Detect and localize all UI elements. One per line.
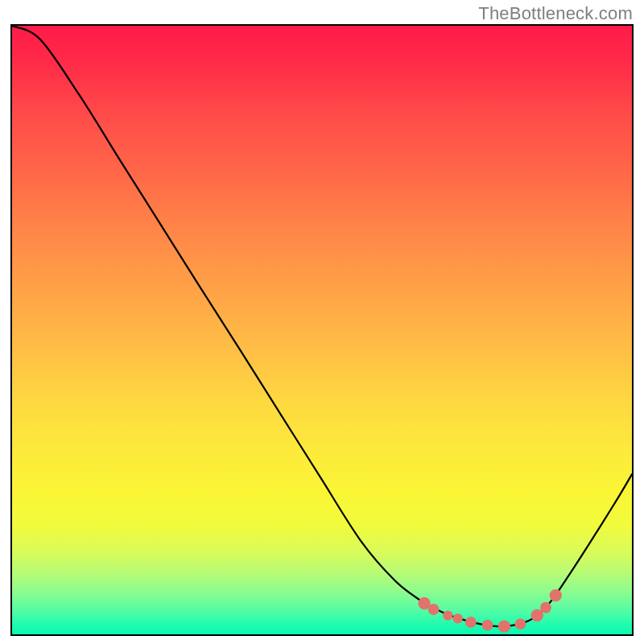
curve-marker — [428, 604, 440, 615]
plot-frame — [10, 24, 634, 636]
curve-marker — [540, 602, 551, 613]
plot-svg — [12, 26, 632, 634]
curve-marker — [465, 617, 477, 628]
curve-marker — [482, 620, 493, 631]
curve-marker — [514, 618, 526, 630]
curve-marker — [498, 620, 510, 632]
curve-marker — [530, 609, 543, 621]
chart-container: TheBottleneck.com — [0, 0, 644, 644]
curve-marker — [443, 610, 452, 620]
curve-marker — [452, 613, 462, 623]
attribution-text: TheBottleneck.com — [478, 3, 633, 24]
curve-marker — [550, 589, 562, 601]
bottleneck-curve — [12, 26, 632, 626]
